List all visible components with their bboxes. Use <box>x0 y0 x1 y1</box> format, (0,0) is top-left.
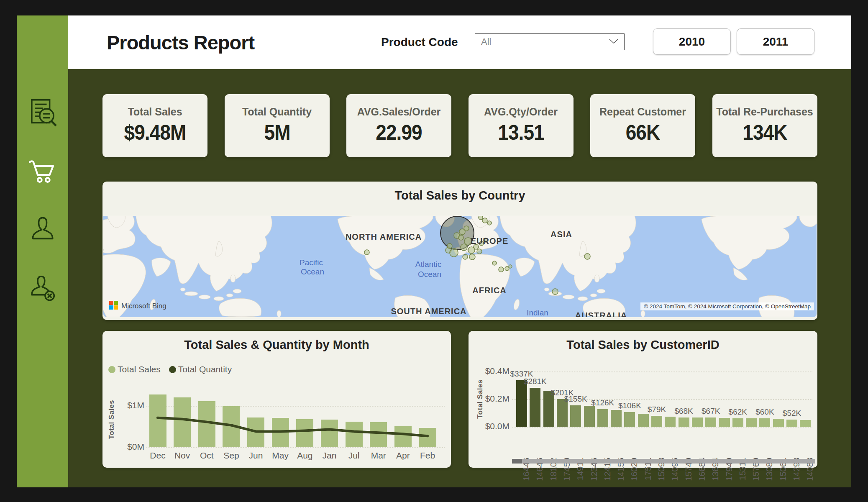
sales-bubble[interactable] <box>364 250 369 255</box>
sales-bubble[interactable] <box>469 254 475 260</box>
x-axis-label: Nov <box>170 451 195 461</box>
x-axis-label: May <box>268 451 293 461</box>
dropdown-value: All <box>481 36 491 47</box>
sidebar-item-products-report[interactable] <box>17 93 68 135</box>
bar-data-label: $126K <box>591 398 614 407</box>
sales-bar[interactable] <box>394 426 412 447</box>
x-axis-label: Feb <box>415 451 440 461</box>
customer-bar[interactable] <box>651 416 662 427</box>
year-button-2010[interactable]: 2010 <box>653 28 731 55</box>
sales-bubble[interactable] <box>492 261 497 265</box>
customer-bar[interactable] <box>516 380 527 427</box>
kpi-card-total-sales: Total Sales $9.48M <box>102 94 207 157</box>
sales-bar[interactable] <box>419 428 436 447</box>
sales-bubble[interactable] <box>450 248 458 257</box>
customer-bar[interactable] <box>692 417 703 427</box>
scrollbar-thumb[interactable] <box>512 459 522 464</box>
sales-bubble[interactable] <box>464 238 472 245</box>
kpi-value: 66K <box>594 120 691 145</box>
kpi-label: Total Re-Purchases <box>712 106 817 118</box>
sidebar <box>17 15 68 487</box>
sales-bar[interactable] <box>223 406 240 447</box>
customer-bar[interactable] <box>597 409 608 427</box>
sales-bubble[interactable] <box>458 235 463 240</box>
sales-bubble[interactable] <box>479 241 484 246</box>
customer-bar[interactable] <box>584 406 595 427</box>
horizontal-scrollbar[interactable] <box>512 459 815 464</box>
sales-bubble[interactable] <box>482 218 487 223</box>
sales-bar[interactable] <box>247 417 264 447</box>
year-button-2011[interactable]: 2011 <box>737 28 814 55</box>
sales-bubble[interactable] <box>552 289 558 295</box>
sales-bubble[interactable] <box>509 265 512 268</box>
customer-bar[interactable] <box>665 417 676 427</box>
dashboard-root: Products Report Product Code All 2010 20… <box>0 0 868 502</box>
sidebar-item-churned-customers[interactable] <box>17 267 68 309</box>
customer-bar[interactable] <box>786 420 797 427</box>
sales-bubble[interactable] <box>484 238 488 242</box>
sales-bar[interactable] <box>272 418 289 447</box>
sales-bar[interactable] <box>370 422 387 447</box>
customer-bar[interactable] <box>638 414 649 427</box>
sales-bubble[interactable] <box>584 254 590 259</box>
kpi-label: Repeat Customer <box>590 106 695 118</box>
gridline <box>512 371 812 372</box>
kpi-card-repeat-customer: Repeat Customer 66K <box>590 94 695 157</box>
customer-bar[interactable] <box>705 417 716 427</box>
kpi-label: AVG.Sales/Order <box>346 106 451 118</box>
customer-bar[interactable] <box>773 419 784 427</box>
sales-bubble[interactable] <box>474 244 479 249</box>
sales-bubble[interactable] <box>487 221 492 225</box>
world-map[interactable]: NORTH AMERICAPacificOceanAtlanticOceanEU… <box>103 216 817 317</box>
sales-bubble[interactable] <box>477 249 482 254</box>
customer-bar[interactable] <box>611 410 622 427</box>
kpi-label: Total Sales <box>102 106 207 118</box>
customer-bar[interactable] <box>570 405 581 427</box>
customer-chart-card: Total Sales by CustomerID Total Sales $0… <box>469 331 817 468</box>
product-code-dropdown[interactable]: All <box>475 33 625 50</box>
openstreetmap-link[interactable]: © OpenStreetMap <box>765 303 811 310</box>
customer-bar[interactable] <box>759 418 770 427</box>
gridline <box>512 427 812 428</box>
gridline <box>146 447 445 448</box>
kpi-value: $9.48M <box>107 120 203 145</box>
kpi-label: AVG.Qty/Order <box>469 106 574 118</box>
customer-bar[interactable] <box>624 412 635 427</box>
x-axis-label: Jul <box>341 451 366 461</box>
customer-bar[interactable] <box>679 417 689 427</box>
customer-bar[interactable] <box>732 418 743 427</box>
customer-bar[interactable] <box>530 388 540 427</box>
sidebar-item-customers[interactable] <box>17 209 68 251</box>
sales-bubble[interactable] <box>479 216 483 220</box>
sales-bar[interactable] <box>149 394 166 447</box>
sales-bar[interactable] <box>198 401 215 447</box>
y-axis-tick: $0.4M <box>480 366 510 376</box>
sales-bubble[interactable] <box>447 243 452 248</box>
y-axis-tick: $1M <box>115 400 144 410</box>
x-axis-label: Aug <box>292 451 317 461</box>
sidebar-item-orders[interactable] <box>17 151 68 193</box>
sales-bar[interactable] <box>346 422 363 447</box>
customer-bar[interactable] <box>719 418 730 427</box>
kpi-value: 134K <box>717 120 813 145</box>
sales-bar[interactable] <box>321 420 338 447</box>
sales-bar[interactable] <box>174 397 191 447</box>
customer-bar[interactable] <box>746 418 757 427</box>
kpi-value: 22.99 <box>351 120 447 145</box>
bar-data-label: $68K <box>674 407 693 416</box>
sales-bubble[interactable] <box>463 254 468 259</box>
bing-provider-label: Microsoft Bing <box>121 302 166 310</box>
sales-bar[interactable] <box>296 419 313 447</box>
kpi-card-avg-sales-order: AVG.Sales/Order 22.99 <box>346 94 451 157</box>
kpi-card-avg-qty-order: AVG.Qty/Order 13.51 <box>469 94 574 157</box>
microsoft-logo-icon <box>109 301 118 311</box>
map-attribution: © 2024 TomTom, © 2024 Microsoft Corporat… <box>640 302 814 310</box>
x-axis-label: Jun <box>243 451 269 461</box>
sales-bubble[interactable] <box>459 229 465 235</box>
y-axis-tick: $0.2M <box>480 394 510 404</box>
bar-data-label: $79K <box>648 405 666 414</box>
y-axis-tick: $0M <box>115 442 144 452</box>
customer-bar[interactable] <box>800 420 811 427</box>
x-axis-label: Jan <box>317 451 342 461</box>
sales-bubble[interactable] <box>499 267 504 272</box>
